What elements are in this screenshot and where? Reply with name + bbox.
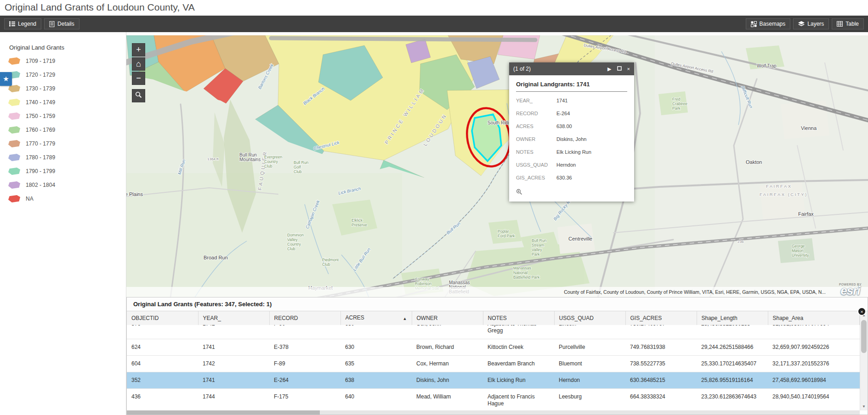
column-header-record[interactable]: RECORD: [269, 311, 340, 326]
column-header-objectid[interactable]: OBJECTID: [127, 311, 198, 326]
scrollbar-thumb-horizontal[interactable]: [127, 410, 320, 415]
popup-footer: [509, 189, 634, 202]
table-horizontal-scrollbar[interactable]: [127, 410, 860, 415]
column-header-label: OWNER: [417, 315, 438, 321]
popup-field-value: E-264: [556, 111, 570, 116]
table-cell: Adjacent to Thomas Gregg: [483, 325, 554, 339]
table-cell: Cox, John: [412, 325, 483, 339]
esri-wordmark: esri: [839, 286, 862, 295]
basemap: Dulles Airport Access RdDulles Airport A…: [126, 35, 868, 297]
table-cell: Elk Licking Run: [483, 372, 554, 389]
maximize-icon: [617, 66, 622, 72]
table-body-viewport[interactable]: 5761742F-90630Cox, JohnAdjacent to Thoma…: [127, 325, 860, 410]
popup-field-label: ACRES: [516, 123, 556, 129]
legend-layer-title: Original Land Grants: [9, 44, 126, 51]
column-header-gis_acres[interactable]: GIS_ACRES: [625, 311, 697, 326]
layers-icon: [798, 21, 805, 27]
column-header-shape_area[interactable]: Shape_Area: [768, 311, 860, 326]
table-cell: 604: [127, 356, 198, 372]
table-cell: 1744: [198, 389, 269, 411]
scrollbar-thumb[interactable]: [861, 320, 867, 353]
popup-field: USGS_QUADHerndon: [516, 162, 627, 168]
map-label: FAIRFAX (CITY): [760, 192, 808, 197]
legend-swatch: [8, 85, 20, 92]
table-cell: Mead, William: [412, 389, 483, 411]
zoom-to-icon[interactable]: [516, 189, 522, 196]
column-header-year_[interactable]: YEAR_: [198, 311, 269, 326]
popup-field: GIS_ACRES630.36: [516, 175, 627, 180]
toolbar: Legend Details Basemaps Layers Table: [0, 16, 868, 32]
table-row[interactable]: 6041742F-89635Cox, HermanBeaverdam Branc…: [127, 356, 860, 372]
map-label: Oakton: [746, 159, 762, 165]
next-feature-button[interactable]: ▶: [607, 66, 611, 72]
table-cell: 1742: [198, 325, 269, 339]
legend-item: 1740 - 1749: [8, 99, 126, 106]
table-cell: Adjacent to Francis Hague: [483, 389, 554, 411]
popup-field: NOTESElk Licking Run: [516, 149, 627, 155]
table-cell: Purcellville: [554, 339, 625, 356]
table-row[interactable]: 4361744F-175640Mead, WilliamAdjacent to …: [127, 389, 860, 411]
column-header-label: OBJECTID: [131, 315, 159, 321]
column-header-label: GIS_ACRES: [630, 315, 662, 321]
map-label: Centreville: [568, 236, 592, 241]
column-header-shape_length[interactable]: Shape_Length: [697, 311, 768, 326]
popup-field: RECORDE-264: [516, 111, 627, 116]
table-close-button[interactable]: ×: [857, 307, 866, 316]
zoom-in-button[interactable]: +: [132, 43, 145, 56]
popup-field-label: OWNER: [516, 136, 556, 142]
map-label: Broad Run: [204, 255, 228, 260]
legend-button[interactable]: Legend: [4, 18, 41, 29]
table-cell: Diskins, John: [412, 372, 483, 389]
table-cell: 32,171,337.201552376: [768, 356, 860, 372]
legend-item: 1709 - 1719: [8, 57, 126, 65]
attribute-table-panel: Original Land Grants (Features: 347, Sel…: [126, 297, 868, 415]
basemaps-button[interactable]: Basemaps: [746, 18, 791, 29]
map-search-button[interactable]: [132, 89, 145, 102]
popup-field-value: 638.00: [556, 123, 572, 129]
column-header-label: Shape_Length: [702, 315, 738, 321]
column-header-acres[interactable]: ACRES▲: [340, 311, 412, 326]
splash-tab[interactable]: ★: [0, 72, 12, 86]
popup-field-label: NOTES: [516, 149, 556, 155]
map-label: FAIRFAX: [766, 184, 792, 189]
table-cell: 27,458,692.96018984: [768, 372, 860, 389]
column-header-usgs_quad[interactable]: USGS_QUAD: [554, 311, 625, 326]
table-cell: 436: [127, 389, 198, 411]
popup-header: (1 of 2) ▶ ×: [509, 62, 634, 75]
table-vertical-scrollbar[interactable]: ▲ ▼: [860, 311, 868, 410]
legend-label: 1750 - 1759: [26, 113, 55, 119]
scroll-down-button[interactable]: ▼: [860, 403, 868, 410]
table-row[interactable]: 3521741E-264638Diskins, JohnElk Licking …: [127, 372, 860, 389]
popup-field-label: GIS_ACRES: [516, 175, 556, 180]
table-cell: 576: [127, 325, 198, 339]
table-cell: 738.55227735: [625, 356, 697, 372]
table-row[interactable]: 6241741E-378630Brown, RichardKittoctin C…: [127, 339, 860, 356]
toolbar-left-group: Legend Details: [3, 18, 81, 29]
table-cell: F-89: [269, 356, 340, 372]
legend-swatch: [8, 99, 20, 106]
details-button-label: Details: [57, 21, 74, 27]
column-header-notes[interactable]: NOTES: [483, 311, 554, 326]
popup-field-value: 630.36: [556, 175, 572, 180]
popup-close-button[interactable]: ×: [627, 66, 630, 72]
table-cell: 749.76831938: [625, 339, 697, 356]
table-cell: 28,940,540.174019564: [768, 389, 860, 411]
esri-logo: POWERED BY esri: [839, 283, 862, 295]
legend-swatch: [8, 195, 20, 202]
layers-button[interactable]: Layers: [793, 18, 829, 29]
search-icon: [135, 91, 142, 101]
table-button[interactable]: Table: [832, 18, 864, 29]
table-cell: Cox, Herman: [412, 356, 483, 372]
legend-item: 1780 - 1789: [8, 154, 126, 161]
details-button[interactable]: Details: [44, 18, 79, 29]
table-row[interactable]: 5761742F-90630Cox, JohnAdjacent to Thoma…: [127, 325, 860, 339]
column-header-owner[interactable]: OWNER: [412, 311, 483, 326]
column-header-label: NOTES: [488, 315, 507, 321]
legend-item: 1720 - 1729: [8, 71, 126, 79]
popup-pager: (1 of 2): [513, 66, 531, 72]
home-button[interactable]: ⌂: [132, 57, 145, 71]
map[interactable]: Dulles Airport Access RdDulles Airport A…: [126, 35, 868, 297]
table-cell: Bluemont: [554, 356, 625, 372]
maximize-button[interactable]: [617, 66, 622, 72]
zoom-out-button[interactable]: −: [132, 72, 145, 85]
